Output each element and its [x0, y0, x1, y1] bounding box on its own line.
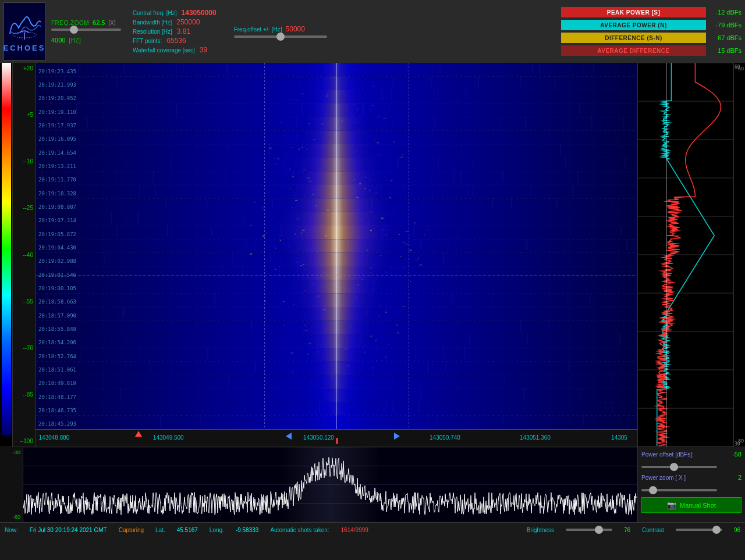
bottom-y-axis: -30 -60	[0, 447, 23, 522]
colorbar	[0, 63, 13, 447]
freq-tick-5: 143051.360	[520, 434, 551, 441]
freq-cursor-blue-left	[286, 433, 292, 440]
bottom-spectrum	[23, 447, 637, 522]
avg-power-row: Average power (N) -79 dBFs	[561, 20, 742, 30]
logo-box: ECHOES	[3, 2, 45, 60]
auto-shots-label: Automatic shots taken:	[270, 527, 329, 533]
power-offset-slider-row[interactable]	[641, 462, 742, 469]
auto-shots-value: 1614/9999	[341, 527, 368, 533]
power-offset-value: -58	[732, 451, 742, 458]
statusbar: Now: Fri Jul 30 20:19:24 2021 GMT Captur…	[0, 522, 745, 537]
brightness-label: Brightness	[527, 527, 554, 533]
spectrum-display	[638, 63, 745, 447]
waterfall-display	[36, 63, 637, 429]
fft-points-value: 65536	[166, 37, 186, 45]
y-label-70: --70	[13, 345, 36, 351]
y-label-10: --10	[13, 158, 36, 165]
freq-tick-6: 14305	[611, 434, 627, 441]
logo-icon	[7, 10, 42, 42]
header: ECHOES Freq.zoom 62.5 [X] 4000 [Hz] Cent…	[0, 0, 745, 63]
main-content: +20 +5 --10 --25 --40 --55 --70 --85 --1…	[0, 63, 745, 447]
lat-value: 45.5167	[177, 527, 198, 533]
freq-tick-3: 143050.120	[303, 434, 334, 441]
waterfall-label: Waterfall coverage [sec]	[133, 47, 195, 53]
freq-tick-2: 143049.500	[153, 434, 184, 441]
avg-diff-value: 15 dBFs	[709, 47, 742, 54]
power-zoom-label: Power zoom [ X ]	[641, 475, 686, 481]
difference-value: 67 dBFs	[709, 34, 742, 41]
power-zoom-slider[interactable]	[641, 489, 717, 491]
brightness-value: 76	[624, 527, 630, 533]
long-value: -9.58333	[236, 527, 258, 533]
datetime-value: Fri Jul 30 20:19:24 2021 GMT	[30, 527, 107, 533]
freq-offset-label: Freq.offset +/- [Hz]	[234, 26, 282, 33]
y-label-40: --40	[13, 252, 36, 258]
y-label-20: +20	[13, 65, 36, 72]
freq-offset-value: 50000	[286, 25, 305, 33]
logo-text: ECHOES	[3, 44, 46, 52]
freq-cursor-center	[336, 438, 338, 444]
freq-cursor-red-left	[135, 431, 142, 437]
resolution-value: 3.81	[177, 27, 190, 35]
y-label-55: --55	[13, 298, 36, 305]
spectrum-panel: 60 30	[637, 63, 745, 447]
freq-zoom-slider[interactable]	[51, 28, 121, 31]
camera-icon: 📷	[667, 501, 676, 509]
avg-diff-row: Average difference 15 dBFs	[561, 45, 742, 56]
freq-hz-unit: [Hz]	[69, 37, 81, 44]
freq-cursor-blue-right	[394, 433, 400, 440]
freq-hz-value: 4000	[51, 37, 65, 44]
power-offset-slider[interactable]	[641, 466, 717, 468]
power-offset-label: Power offset [dBFs]:	[641, 451, 694, 458]
contrast-label: Contrast	[642, 527, 664, 533]
peak-power-value: -12 dBFs	[709, 9, 742, 16]
freq-offset-slider[interactable]	[234, 35, 327, 38]
now-label: Now:	[5, 527, 18, 533]
avg-diff-bar: Average difference	[561, 45, 706, 56]
y-label-100: --100	[13, 438, 36, 444]
spec-top-label: 60	[738, 66, 744, 72]
power-zoom-row: Power zoom [ X ] 2	[641, 474, 742, 481]
bottom-spectrum-display	[23, 447, 637, 522]
waterfall-container: 143048.880 143049.500 143050.120 143050.…	[36, 63, 637, 447]
brightness-slider[interactable]	[566, 529, 612, 531]
y-axis: +20 +5 --10 --25 --40 --55 --70 --85 --1…	[13, 63, 36, 447]
contrast-value: 96	[734, 527, 740, 533]
manual-shot-label: Manual Shot	[680, 502, 716, 509]
freq-tick-1: 143048.880	[39, 434, 70, 441]
long-label: Long.	[210, 527, 224, 533]
avg-power-value: -79 dBFs	[709, 22, 742, 28]
central-freq-value: 143050000	[182, 9, 217, 17]
contrast-slider[interactable]	[676, 529, 722, 531]
colorbar-gradient	[2, 63, 11, 435]
power-offset-row: Power offset [dBFs]: -58	[641, 451, 742, 458]
avg-power-bar: Average power (N)	[561, 20, 706, 30]
central-freq-block: Central freq. [Hz] 143050000 Bandwidth […	[133, 9, 217, 54]
y-label-85: --85	[13, 391, 36, 398]
difference-bar: Difference (S-N)	[561, 33, 706, 43]
bottom-y-label-60: -60	[0, 514, 23, 520]
manual-shot-button[interactable]: 📷 Manual Shot	[641, 497, 742, 513]
bottom-y-label-30: -30	[0, 450, 23, 455]
freq-zoom-unit: [X]	[108, 20, 115, 26]
power-zoom-slider-row[interactable]	[641, 486, 742, 493]
waterfall-canvas	[36, 63, 637, 429]
central-freq-label: Central freq. [Hz]	[133, 10, 177, 16]
power-panel: Peak power [S] -12 dBFs Average power (N…	[561, 7, 742, 56]
power-zoom-value: 2	[738, 474, 742, 481]
waterfall-value: 39	[200, 46, 207, 54]
bottom-right-panel: Power offset [dBFs]: -58 Power zoom [ X …	[637, 447, 745, 522]
y-label-5: +5	[13, 112, 36, 118]
lat-label: Lat.	[155, 527, 165, 533]
bandwidth-value: 250000	[176, 18, 200, 26]
freq-zoom-section: Freq.zoom 62.5 [X] 4000 [Hz]	[51, 19, 121, 44]
y-label-25: --25	[13, 205, 36, 211]
freq-tick-4: 143050.740	[430, 434, 460, 441]
freq-ruler: 143048.880 143049.500 143050.120 143050.…	[36, 429, 637, 447]
fft-points-label: FFT points:	[133, 38, 162, 44]
bandwidth-label: Bandwidth [Hz]	[133, 19, 172, 26]
freq-offset-block: Freq.offset +/- [Hz] 50000	[234, 25, 327, 38]
resolution-label: Resolution [Hz]	[133, 28, 172, 35]
spec-bottom-label: 30	[738, 438, 744, 444]
difference-row: Difference (S-N) 67 dBFs	[561, 33, 742, 43]
